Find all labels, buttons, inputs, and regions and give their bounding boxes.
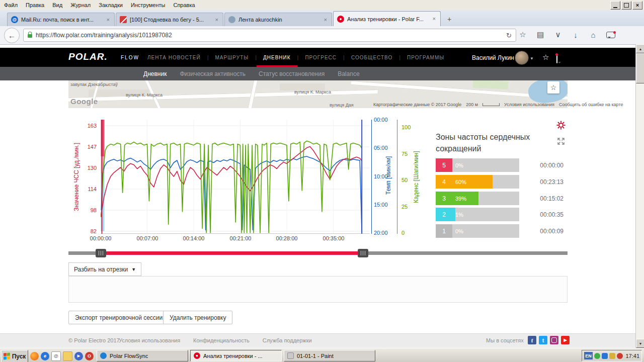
instagram-icon[interactable] xyxy=(550,336,558,344)
subnav-item[interactable]: Balance xyxy=(338,70,359,77)
menu-item-Файл[interactable]: Файл xyxy=(0,1,22,9)
opera-quicklaunch-icon[interactable]: O xyxy=(85,352,94,360)
start-button[interactable]: Пуск xyxy=(1,350,28,362)
ie-quicklaunch-icon[interactable]: e xyxy=(41,352,49,360)
firefox-quicklaunch-icon[interactable] xyxy=(30,352,39,360)
cadence-tick: 50 xyxy=(401,177,417,183)
hr-zones-list: 50%00:00:00460%00:23:13339%00:15:0221%00… xyxy=(436,158,568,240)
range-slider-handle-right[interactable] xyxy=(358,249,368,257)
nav-item[interactable]: СООБЩЕСТВО xyxy=(345,48,399,67)
menu-item-Вид[interactable]: Вид xyxy=(48,1,66,9)
desktop-screen: ФайлПравкаВидЖурналЗакладкиИнструментыСп… xyxy=(0,0,644,362)
youtube-icon[interactable]: ▶ xyxy=(561,336,570,344)
url-text[interactable]: https://flow.polar.com/training/analysis… xyxy=(36,32,503,39)
facebook-icon[interactable]: f xyxy=(528,336,536,344)
nav-item[interactable]: ДНЕВНИК xyxy=(257,48,297,67)
nav-item[interactable]: МАРШРУТЫ xyxy=(209,48,256,67)
mail-quicklaunch-icon[interactable]: @ xyxy=(51,351,61,361)
browser-tab[interactable]: [100] Стодневка по бегу - 5...× xyxy=(116,13,223,26)
home-icon[interactable]: ⌂ xyxy=(587,28,600,41)
browser-tab[interactable]: Лента akurochkin× xyxy=(224,13,332,26)
tab-close-icon[interactable]: × xyxy=(106,17,111,23)
downloads-icon[interactable]: ↓ xyxy=(569,28,582,41)
menu-item-Журнал[interactable]: Журнал xyxy=(66,1,95,9)
expand-icon[interactable] xyxy=(557,137,565,145)
map-terms-link[interactable]: Условия использования xyxy=(504,102,554,107)
hr-tick: 130 xyxy=(79,165,97,171)
language-indicator[interactable]: EN xyxy=(584,352,593,359)
scroll-up-icon[interactable]: ▲ xyxy=(636,44,644,53)
tray-icon-2[interactable] xyxy=(602,353,608,359)
reload-icon[interactable]: ↻ xyxy=(506,32,512,39)
taskbar-buttons: Polar FlowSyncАнализ тренировки - ...01-… xyxy=(97,350,375,361)
library-icon[interactable]: ▤ xyxy=(534,28,547,41)
polar-logo[interactable]: POLAR. xyxy=(68,51,108,62)
hr-axis-title: Значение ЧСС [уд./мин.] xyxy=(73,143,80,211)
browser-tab[interactable]: @Mail.Ru: почта, поиск в инт...× xyxy=(7,13,115,26)
menu-item-Инструменты[interactable]: Инструменты xyxy=(127,1,170,9)
footer-link[interactable]: Конфиденциальность xyxy=(193,337,250,343)
hr-zone-row: 10%00:00:09 xyxy=(436,224,568,238)
restore-button[interactable] xyxy=(621,1,631,10)
menu-item-Правка[interactable]: Правка xyxy=(22,1,48,9)
time-tick: 00:07:00 xyxy=(132,235,163,241)
media-quicklaunch-icon[interactable]: ▶ xyxy=(74,352,83,360)
taskbar-button[interactable]: Polar FlowSync xyxy=(97,350,188,361)
close-button[interactable]: × xyxy=(632,1,642,10)
range-slider-selection[interactable] xyxy=(101,251,363,255)
bookmark-star-icon[interactable]: ☆ xyxy=(516,28,529,41)
quick-launch: e@▶O xyxy=(30,351,101,361)
address-bar[interactable]: https://flow.polar.com/training/analysis… xyxy=(23,29,516,42)
map-favorite-button[interactable]: ☆ xyxy=(547,81,559,94)
minimize-button[interactable] xyxy=(610,1,620,10)
hr-tick: 147 xyxy=(79,144,97,150)
training-chart[interactable] xyxy=(101,120,370,234)
system-tray: EN 17:41 xyxy=(582,350,642,361)
scrollbar-thumb[interactable] xyxy=(636,53,644,83)
taskbar-button[interactable]: Анализ тренировки - ... xyxy=(190,350,282,361)
https-lock-icon xyxy=(28,34,32,38)
user-name[interactable]: Василий Лукин xyxy=(472,54,514,61)
twitter-icon[interactable]: t xyxy=(539,336,547,344)
nav-item[interactable]: ПРОГРАММЫ xyxy=(400,48,451,67)
subnav-item[interactable]: Дневник xyxy=(143,70,167,77)
tray-icon-3[interactable] xyxy=(609,353,615,359)
tray-icon-4[interactable] xyxy=(617,353,623,359)
range-slider-handle-left[interactable] xyxy=(96,249,106,257)
folder-quicklaunch-icon[interactable] xyxy=(63,351,72,361)
avatar[interactable] xyxy=(515,51,529,65)
taskbar-button[interactable]: 01-01-1 - Paint xyxy=(284,350,375,361)
split-laps-button[interactable]: Разбить на отрезки ▼ xyxy=(68,262,141,276)
page-scrollbar[interactable]: ▲ ▼ xyxy=(635,44,644,348)
nav-item[interactable]: ПРОГРЕСС xyxy=(298,48,343,67)
menu-item-Закладки[interactable]: Закладки xyxy=(95,1,127,9)
nav-item[interactable]: ЛЕНТА НОВОСТЕЙ xyxy=(141,48,207,67)
notes-box[interactable] xyxy=(68,276,568,303)
back-button[interactable]: ← xyxy=(4,28,20,43)
tab-close-icon[interactable]: × xyxy=(214,17,219,23)
cadence-tick: 75 xyxy=(401,151,417,157)
subnav-item[interactable]: Статус восстановления xyxy=(259,70,325,77)
zone-time: 00:00:35 xyxy=(540,208,564,221)
tab-close-icon[interactable]: × xyxy=(432,16,437,22)
browser-tab[interactable]: Анализ тренировки - Polar F...× xyxy=(333,11,441,26)
tray-icon-1[interactable] xyxy=(594,353,600,359)
subnav-item[interactable]: Физическая активность xyxy=(180,70,246,77)
new-tab-button[interactable]: + xyxy=(443,14,456,25)
google-logo: Google xyxy=(70,97,98,106)
settings-gear-icon[interactable] xyxy=(556,121,566,130)
delete-training-button[interactable]: Удалить тренировку xyxy=(163,311,232,324)
chat-badge xyxy=(555,53,558,56)
favorite-star-icon[interactable]: ☆ xyxy=(542,53,549,62)
zone-percent: 0% xyxy=(455,158,463,172)
map-report-link[interactable]: Сообщить об ошибке на карте xyxy=(559,102,623,107)
export-session-button[interactable]: Экспорт тренировочной сессии xyxy=(68,311,169,324)
chat-icon[interactable] xyxy=(604,28,617,41)
footer-link[interactable]: Служба поддержки xyxy=(263,337,312,343)
tab-close-icon[interactable]: × xyxy=(323,17,328,23)
polar-chat-icon[interactable] xyxy=(556,54,557,63)
pocket-icon[interactable]: ∨ xyxy=(551,28,565,41)
menu-item-Справка[interactable]: Справка xyxy=(169,1,199,9)
footer-link[interactable]: Условия использования xyxy=(119,337,180,343)
scroll-down-icon[interactable]: ▼ xyxy=(636,339,644,348)
